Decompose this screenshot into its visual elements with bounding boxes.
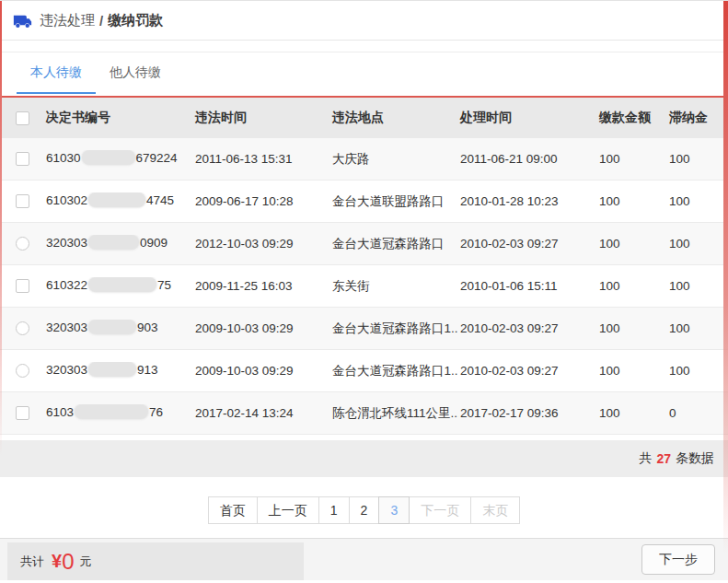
- amount: 100: [597, 364, 667, 378]
- late-fee: 100: [667, 321, 728, 335]
- table-row: 3203030909 2012-10-03 09:29 金台大道冠森路路口 20…: [0, 223, 728, 265]
- decision-no: 61030679224: [44, 150, 193, 168]
- decision-no: 320303903: [44, 320, 193, 337]
- violation-place: 东关街: [330, 278, 458, 295]
- page-3-button-current[interactable]: 3: [378, 496, 410, 524]
- violation-time: 2017-02-14 13:24: [193, 406, 330, 420]
- amount: 100: [597, 194, 667, 208]
- amount: 100: [597, 152, 667, 166]
- violation-place: 金台大道联盟路路口: [330, 193, 458, 210]
- breadcrumb-current: 缴纳罚款: [108, 12, 163, 29]
- count-suffix: 条数据: [676, 450, 714, 467]
- table-header-row: 决定书编号 违法时间 违法地点 处理时间 缴款金额 滞纳金: [0, 98, 728, 138]
- col-decision-no: 决定书编号: [44, 110, 193, 126]
- record-count: 27: [656, 451, 671, 466]
- decision-no: 320303913: [44, 362, 193, 379]
- late-fee: 100: [667, 279, 728, 293]
- redaction-blur: [88, 362, 136, 377]
- col-violation-time: 违法时间: [193, 110, 330, 126]
- late-fee: 100: [667, 152, 728, 166]
- table-row: 61030679224 2011-06-13 15:31 大庆路 2011-06…: [0, 138, 728, 181]
- redaction-blur: [88, 235, 139, 250]
- violations-table: 决定书编号 违法时间 违法地点 处理时间 缴款金额 滞纳金 6103067922…: [0, 98, 728, 435]
- page-1-button[interactable]: 1: [318, 496, 350, 524]
- violation-time: 2009-11-25 16:03: [193, 279, 330, 293]
- redaction-blur: [88, 277, 156, 292]
- col-process-time: 处理时间: [458, 110, 597, 126]
- row-radio[interactable]: [16, 364, 29, 378]
- process-time: 2010-01-06 15:11: [458, 279, 597, 293]
- amount: 100: [597, 406, 667, 420]
- tab-bar: 本人待缴 他人待缴: [0, 52, 728, 94]
- redaction-blur: [75, 404, 148, 419]
- page-2-button[interactable]: 2: [349, 496, 380, 524]
- table-row: 61032275 2009-11-25 16:03 东关街 2010-01-06…: [0, 265, 728, 308]
- amount: 100: [597, 237, 667, 251]
- process-time: 2011-06-21 09:00: [458, 152, 597, 166]
- row-checkbox[interactable]: [16, 194, 29, 208]
- decision-no: 3203030909: [44, 235, 193, 252]
- pagination: 首页 上一页 1 2 3 下一页 末页: [0, 477, 728, 543]
- redaction-blur: [88, 192, 145, 207]
- truck-icon: [13, 13, 32, 29]
- page-next-button[interactable]: 下一页: [409, 496, 471, 524]
- table-row: 6103024745 2009-06-17 10:28 金台大道联盟路路口 20…: [0, 181, 728, 223]
- decision-no: 6103024745: [44, 192, 193, 210]
- late-fee: 100: [667, 364, 728, 378]
- table-row: 610376 2017-02-14 13:24 陈仓渭北环线111公里... 2…: [0, 392, 728, 435]
- table-row: 320303913 2009-10-03 09:29 金台大道冠森路路口1...…: [0, 350, 728, 392]
- select-all-checkbox[interactable]: [16, 111, 29, 125]
- amount: 100: [597, 279, 667, 293]
- record-count-bar: 共 27 条数据: [0, 440, 728, 477]
- violation-time: 2009-06-17 10:28: [193, 194, 330, 208]
- breadcrumb-separator: /: [99, 13, 103, 29]
- currency-symbol: ¥: [52, 551, 62, 572]
- violation-place: 陈仓渭北环线111公里...: [330, 405, 458, 422]
- late-fee: 0: [667, 406, 728, 420]
- col-late-fee: 滞纳金: [667, 110, 728, 126]
- row-checkbox[interactable]: [16, 152, 29, 166]
- tab-self-pending[interactable]: 本人待缴: [17, 52, 96, 94]
- decision-no: 61032275: [44, 277, 193, 295]
- page-first-button[interactable]: 首页: [208, 496, 258, 524]
- violation-time: 2011-06-13 15:31: [193, 152, 330, 166]
- col-violation-place: 违法地点: [330, 110, 458, 126]
- table-row: 320303903 2009-10-03 09:29 金台大道冠森路路口1...…: [0, 308, 728, 350]
- count-prefix: 共: [639, 450, 652, 467]
- violation-place: 大庆路: [330, 151, 458, 168]
- violation-time: 2009-10-03 09:29: [193, 364, 330, 378]
- process-time: 2017-02-17 09:36: [458, 406, 597, 420]
- violation-place: 金台大道冠森路路口1...: [330, 321, 458, 337]
- process-time: 2010-02-03 09:27: [458, 321, 597, 335]
- process-time: 2010-01-28 10:23: [458, 194, 597, 208]
- page-header: 违法处理 / 缴纳罚款: [0, 1, 728, 41]
- process-time: 2010-02-03 09:27: [458, 237, 597, 251]
- tab-others-pending[interactable]: 他人待缴: [96, 52, 175, 94]
- row-radio[interactable]: [16, 237, 29, 251]
- redaction-blur: [88, 320, 136, 334]
- violation-time: 2009-10-03 09:29: [193, 321, 330, 335]
- total-amount-value: 0: [62, 549, 74, 575]
- late-fee: 100: [667, 194, 728, 208]
- decision-no: 610376: [44, 404, 193, 422]
- next-step-button[interactable]: 下一步: [641, 544, 715, 575]
- total-amount-box: 共计 ¥ 0 元: [7, 542, 304, 580]
- violation-place: 金台大道冠森路路口: [330, 236, 458, 252]
- violation-place: 金台大道冠森路路口1...: [330, 363, 458, 379]
- currency-unit: 元: [79, 554, 91, 570]
- row-radio[interactable]: [16, 321, 29, 335]
- page-last-button[interactable]: 末页: [470, 496, 520, 524]
- process-time: 2010-02-03 09:27: [458, 364, 597, 378]
- violation-time: 2012-10-03 09:29: [193, 237, 330, 251]
- redaction-blur: [82, 150, 135, 165]
- breadcrumb-section[interactable]: 违法处理: [40, 12, 95, 29]
- bottom-total-bar: 共计 ¥ 0 元 下一步: [0, 538, 728, 580]
- col-amount: 缴款金额: [597, 110, 667, 126]
- page-prev-button[interactable]: 上一页: [257, 496, 319, 524]
- total-label: 共计: [20, 554, 44, 570]
- row-checkbox[interactable]: [16, 279, 29, 293]
- late-fee: 100: [667, 237, 728, 251]
- row-checkbox[interactable]: [16, 406, 29, 420]
- amount: 100: [597, 321, 667, 335]
